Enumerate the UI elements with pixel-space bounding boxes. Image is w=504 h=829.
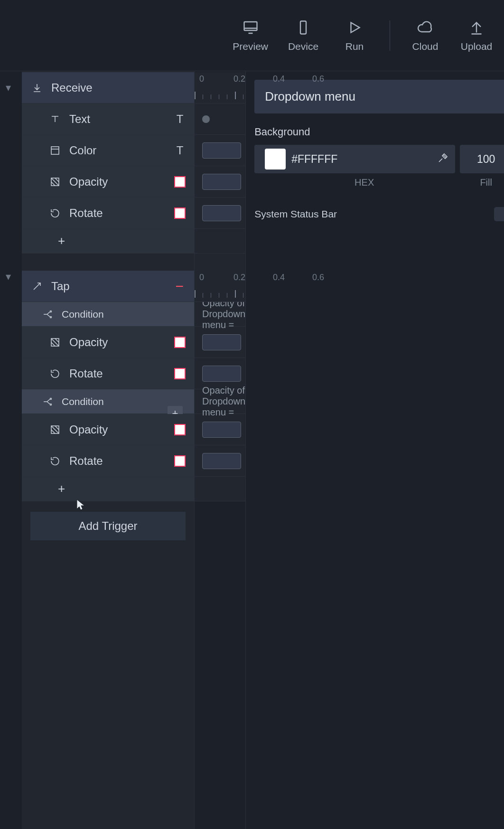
row-condition-2[interactable]: Condition + — [22, 389, 194, 414]
receive-icon — [30, 82, 44, 94]
condition-text-2: Opacity of Dropdown menu = — [202, 385, 245, 418]
tap-rotate-label-1: Rotate — [69, 367, 103, 380]
row-tap-rotate-2[interactable]: Rotate — [22, 445, 194, 477]
collapse-caret-receive[interactable]: ▾ — [6, 82, 11, 94]
add-trigger-label: Add Trigger — [78, 519, 137, 533]
tap-title: Tap — [51, 280, 70, 293]
keyframe-chip[interactable] — [202, 366, 241, 382]
row-opacity[interactable]: Opacity — [22, 166, 194, 198]
ruler-tick-3: 0.6 — [312, 74, 324, 84]
tap-opacity-label-2: Opacity — [69, 423, 108, 436]
cloud-icon — [417, 19, 434, 36]
trigger-header-tap[interactable]: Tap − — [22, 271, 194, 302]
play-icon — [346, 19, 363, 36]
keyframe-dot[interactable] — [202, 115, 210, 123]
rotate-icon — [48, 368, 62, 379]
keyframe-chip[interactable] — [202, 205, 241, 221]
opacity-label: Opacity — [69, 175, 108, 188]
hex-caption: HEX — [254, 177, 455, 188]
cloud-label: Cloud — [412, 41, 439, 52]
trigger-header-receive[interactable]: Receive — [22, 72, 194, 104]
add-property-receive[interactable]: + — [22, 229, 194, 254]
timeline-row-rotate-t2[interactable] — [195, 445, 245, 477]
group-gap — [22, 254, 194, 271]
add-property-tap[interactable]: + — [22, 477, 194, 501]
timeline-ruler-tap[interactable]: 0 0.2 0.4 0.6 — [195, 271, 245, 302]
timeline-row-text[interactable] — [195, 104, 245, 135]
keyframe-chip[interactable] — [202, 334, 241, 350]
text-icon — [48, 113, 62, 125]
text-style-swatch[interactable]: T — [174, 113, 186, 125]
timeline-condition-2[interactable]: Opacity of Dropdown menu = — [195, 389, 245, 414]
top-toolbar: Preview Device Run Cloud Upload — [0, 0, 504, 71]
ruler-tick-2b: 0.4 — [273, 273, 285, 283]
row-tap-opacity-2[interactable]: Opacity — [22, 414, 194, 445]
status-bar-label: System Status Bar — [254, 208, 337, 220]
timeline-condition-1[interactable]: Opacity of Dropdown menu = — [195, 302, 245, 327]
keyframe-chip[interactable] — [202, 453, 241, 469]
preview-button[interactable]: Preview — [233, 19, 268, 52]
color-label: Color — [69, 144, 96, 157]
run-label: Run — [345, 41, 364, 52]
row-color[interactable]: Color T — [22, 135, 194, 166]
timeline-ruler-receive[interactable]: 0 0.2 0.4 0.6 — [195, 72, 245, 104]
device-button[interactable]: Device — [287, 19, 319, 52]
hex-input[interactable] — [291, 153, 431, 166]
ruler-tick-0: 0 — [199, 74, 204, 84]
opacity-icon — [48, 337, 62, 348]
timeline-row-blank — [195, 229, 245, 254]
timeline-row-opacity-t1[interactable] — [195, 327, 245, 358]
rotate-label: Rotate — [69, 207, 103, 220]
row-condition-1[interactable]: Condition — [22, 302, 194, 327]
tap-rotate-swatch-2[interactable] — [174, 455, 186, 467]
timeline-row-color[interactable] — [195, 135, 245, 166]
remove-trigger-icon[interactable]: − — [175, 279, 184, 293]
opacity-icon — [48, 176, 62, 188]
toolbar-separator — [390, 20, 390, 51]
color-swatch[interactable] — [265, 149, 286, 170]
tap-opacity-swatch-1[interactable] — [174, 337, 186, 348]
hex-input-wrap[interactable] — [254, 145, 455, 173]
timeline-row-rotate[interactable] — [195, 198, 245, 229]
row-tap-rotate-1[interactable]: Rotate — [22, 358, 194, 389]
opacity-swatch[interactable] — [174, 176, 186, 188]
tap-icon — [30, 281, 44, 292]
keyframe-chip[interactable] — [202, 142, 241, 159]
keyframe-chip[interactable] — [202, 174, 241, 190]
row-text[interactable]: Text T — [22, 104, 194, 135]
fill-input[interactable] — [472, 153, 500, 166]
rotate-swatch[interactable] — [174, 207, 186, 219]
collapse-caret-tap[interactable]: ▾ — [6, 271, 11, 283]
row-rotate[interactable]: Rotate — [22, 198, 194, 229]
color-style-swatch[interactable]: T — [174, 145, 186, 156]
text-label: Text — [69, 113, 90, 126]
keyframe-chip[interactable] — [202, 422, 241, 438]
device-icon — [295, 19, 312, 36]
svg-rect-2 — [51, 147, 59, 154]
status-bar-toggle[interactable] — [494, 207, 504, 221]
run-button[interactable]: Run — [338, 19, 371, 52]
ruler-tick-1b: 0.2 — [233, 273, 245, 283]
ruler-tick-3b: 0.6 — [312, 273, 324, 283]
upload-icon — [468, 19, 485, 36]
tap-rotate-swatch-1[interactable] — [174, 368, 186, 379]
timeline-panel: 0 0.2 0.4 0.6 0 0.2 0.4 0.6 Opacity of D… — [195, 71, 246, 829]
svg-point-8 — [50, 404, 52, 405]
condition-label-1: Condition — [62, 309, 104, 320]
timeline-row-opacity[interactable] — [195, 166, 245, 198]
inspector-title[interactable]: Dropdown menu — [254, 80, 504, 113]
fill-input-wrap[interactable] — [460, 145, 504, 173]
svg-point-4 — [50, 311, 52, 312]
tap-opacity-swatch-2[interactable] — [174, 424, 186, 435]
timeline-row-opacity-t2[interactable] — [195, 414, 245, 445]
upload-button[interactable]: Upload — [460, 19, 493, 52]
inspector-panel: Dropdown menu Background HEX Fill System… — [246, 71, 504, 829]
condition-label-2: Condition — [62, 396, 104, 407]
eyedropper-icon[interactable] — [437, 152, 448, 166]
device-label: Device — [288, 41, 318, 52]
add-trigger-button[interactable]: Add Trigger — [30, 512, 186, 540]
cursor-icon — [76, 499, 85, 512]
cloud-button[interactable]: Cloud — [409, 19, 441, 52]
row-tap-opacity-1[interactable]: Opacity — [22, 327, 194, 358]
svg-rect-0 — [244, 22, 257, 30]
